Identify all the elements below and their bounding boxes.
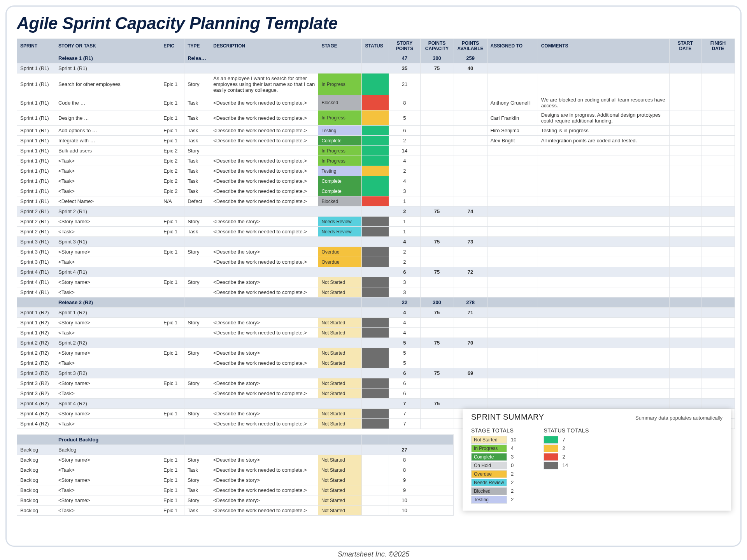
stage-cell: [318, 368, 362, 378]
cell-epic: Epic 1: [160, 247, 184, 257]
cell-story: <Task>: [55, 257, 160, 267]
cell-start-date: [669, 277, 701, 287]
cell-story: Sprint 2 (R2): [55, 338, 160, 348]
cell-comments: [538, 378, 669, 388]
cell-capacity: [420, 146, 454, 156]
cell: <Describe the work needed to complete.>: [210, 465, 318, 475]
cell-description: <Describe the work needed to complete.>: [210, 388, 318, 399]
cell-epic: Epic 2: [160, 166, 184, 176]
table-row: Sprint 3 (R1)<Task><Describe the work ne…: [17, 257, 735, 267]
cell-story: Sprint 4 (R2): [55, 399, 160, 409]
cell: [318, 445, 362, 455]
cell-capacity: [420, 74, 454, 95]
table-row: Sprint 1 (R1)Code the …Epic 1Task<Descri…: [17, 95, 735, 110]
cell: <Describe the story>: [210, 455, 318, 465]
sprint-summary-panel: SPRINT SUMMARY Summary data populates au…: [463, 409, 731, 511]
cell-story-points: 4: [389, 328, 420, 338]
cell-start-date: [669, 227, 701, 237]
cell-available: [454, 277, 487, 287]
cell-capacity: [420, 388, 454, 399]
cell-capacity: [420, 378, 454, 388]
cell-available: 278: [454, 298, 487, 308]
cell-sprint: Sprint 1 (R1): [17, 126, 55, 136]
cell: [389, 435, 420, 445]
column-header: DESCRIPTION: [210, 39, 318, 53]
stage-chip: In Progress: [471, 444, 507, 452]
stage-cell: Not Started: [318, 348, 362, 358]
cell: Story: [184, 455, 210, 465]
cell-type: Story: [184, 217, 210, 227]
cell-start-date: [669, 176, 701, 186]
status-cell: [362, 419, 389, 429]
stage-total-row: Not Started10: [471, 436, 516, 444]
stage-count: 4: [511, 444, 514, 452]
cell-finish-date: [701, 227, 735, 237]
cell-epic: Epic 1: [160, 110, 184, 126]
cell: [184, 445, 210, 455]
cell-sprint: Sprint 1 (R1): [17, 95, 55, 110]
cell-sprint: Sprint 3 (R2): [17, 388, 55, 399]
cell-comments: [538, 206, 669, 217]
backlog-row: Backlog<Task>Epic 1Task<Describe the wor…: [17, 485, 454, 495]
cell-available: [454, 388, 487, 399]
cell-story: <Story name>: [55, 318, 160, 328]
cell-type: Story: [184, 409, 210, 419]
cell-sprint: Sprint 1 (R1): [17, 166, 55, 176]
cell-sprint: Sprint 1 (R1): [17, 156, 55, 166]
cell-start-date: [669, 156, 701, 166]
cell-capacity: 75: [420, 308, 454, 318]
cell-story-points: 5: [389, 338, 420, 348]
cell: <Describe the story>: [210, 495, 318, 506]
stage-cell: [318, 267, 362, 277]
status-cell: [362, 399, 389, 409]
table-row: Sprint 1 (R1)Sprint 1 (R1)357540: [17, 63, 735, 74]
backlog-header-row: BacklogBacklog27: [17, 445, 454, 455]
stage-cell: Not Started: [318, 378, 362, 388]
cell-story: <Task>: [55, 186, 160, 196]
table-row: Sprint 4 (R1)Sprint 4 (R1)67572: [17, 267, 735, 277]
cell-story: Sprint 1 (R2): [55, 308, 160, 318]
cell-sprint: Sprint 1 (R1): [17, 74, 55, 95]
cell-sprint: Sprint 4 (R2): [17, 419, 55, 429]
cell-comments: We are blocked on coding until all team …: [538, 95, 669, 110]
summary-title: SPRINT SUMMARY: [471, 413, 544, 422]
status-cell: [362, 338, 389, 348]
cell-available: [454, 247, 487, 257]
cell-finish-date: [701, 388, 735, 399]
cell-type: [184, 358, 210, 368]
cell-assigned: Alex Bright: [487, 136, 538, 146]
cell-story: <Task>: [55, 358, 160, 368]
cell-epic: [160, 63, 184, 74]
cell-epic: Epic 1: [160, 95, 184, 110]
cell-start-date: [669, 217, 701, 227]
table-row: Sprint 1 (R1)<Task>Epic 2Task<Describe t…: [17, 176, 735, 186]
cell-type: [184, 368, 210, 378]
cell-description: <Describe the work needed to complete.>: [210, 110, 318, 126]
cell-start-date: [669, 318, 701, 328]
table-row: Sprint 1 (R1)<Task>Epic 2Task<Describe t…: [17, 156, 735, 166]
stage-cell: Not Started: [318, 465, 362, 475]
cell-assigned: [487, 196, 538, 206]
cell: 9: [389, 485, 420, 495]
cell-sprint: Sprint 2 (R1): [17, 217, 55, 227]
cell-start-date: [669, 136, 701, 146]
cell-assigned: [487, 74, 538, 95]
cell-finish-date: [701, 338, 735, 348]
cell-finish-date: [701, 110, 735, 126]
table-row: Sprint 1 (R2)<Task><Describe the work ne…: [17, 328, 735, 338]
cell-start-date: [669, 110, 701, 126]
cell-type: Task: [184, 166, 210, 176]
cell-comments: [538, 196, 669, 206]
cell-story: Sprint 2 (R1): [55, 206, 160, 217]
cell-capacity: [420, 95, 454, 110]
column-header: COMMENTS: [538, 39, 669, 53]
cell-finish-date: [701, 399, 735, 409]
cell-epic: Epic 1: [160, 126, 184, 136]
cell-capacity: 75: [420, 206, 454, 217]
cell-type: [184, 328, 210, 338]
cell-epic: Epic 1: [160, 217, 184, 227]
cell: <Task>: [55, 465, 160, 475]
cell: Task: [184, 465, 210, 475]
cell-story: Sprint 1 (R1): [55, 63, 160, 74]
cell-available: [454, 166, 487, 176]
